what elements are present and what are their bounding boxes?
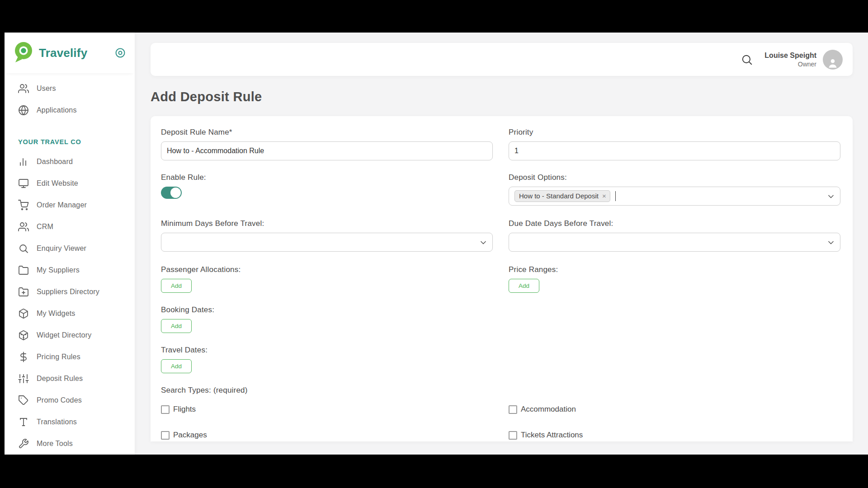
rule-name-input[interactable] (161, 141, 493, 160)
chip-label: How to - Standard Deposit (519, 192, 599, 200)
sidebar-item-label: Deposit Rules (37, 375, 83, 383)
field-search-types: Search Types: (required) Flights Accommo… (161, 386, 842, 440)
flights-checkbox[interactable] (161, 405, 170, 414)
price-ranges-label: Price Ranges: (509, 265, 840, 274)
field-deposit-options: Deposit Options: How to - Standard Depos… (509, 173, 840, 206)
sidebar-item-crm[interactable]: CRM (5, 216, 135, 238)
cube-grid-icon (18, 330, 29, 341)
sidebar-nav: Users Applications YOUR TRAVEL CO Dashbo… (5, 73, 135, 455)
sidebar-item-translations[interactable]: Translations (5, 411, 135, 433)
user-meta: Louise Speight Owner (764, 52, 816, 68)
checkbox-label: Packages (173, 431, 207, 440)
sidebar-item-pricing-rules[interactable]: Pricing Rules (5, 346, 135, 368)
field-priority: Priority (509, 128, 840, 160)
folder-icon (18, 265, 29, 276)
sidebar-item-label: Widget Directory (37, 331, 91, 339)
search-type-flights[interactable]: Flights (161, 405, 509, 414)
search-types-label: Search Types: (required) (161, 386, 842, 395)
user-name: Louise Speight (764, 52, 816, 60)
search-icon (18, 243, 29, 254)
users-icon (18, 83, 29, 94)
chevron-down-icon (826, 238, 835, 249)
sidebar-item-enquiry-viewer[interactable]: Enquiry Viewer (5, 238, 135, 259)
tickets-attractions-checkbox[interactable] (509, 431, 517, 440)
sidebar-item-widget-directory[interactable]: Widget Directory (5, 324, 135, 346)
field-due-days: Due Date Days Before Travel: (509, 219, 840, 252)
sidebar-item-applications[interactable]: Applications (5, 99, 135, 121)
page-title: Add Deposit Rule (151, 89, 853, 104)
min-days-select[interactable] (161, 233, 493, 252)
field-price-ranges: Price Ranges: Add (509, 265, 840, 293)
enable-rule-label: Enable Rule: (161, 173, 493, 182)
chevron-down-icon (826, 192, 835, 203)
brand-row: Travelify (5, 33, 135, 73)
booking-dates-add-button[interactable]: Add (161, 319, 192, 333)
passenger-allocations-label: Passenger Allocations: (161, 265, 493, 274)
deposit-options-multiselect[interactable]: How to - Standard Deposit × (509, 187, 840, 206)
sidebar-item-label: Suppliers Directory (37, 288, 99, 296)
sidebar: Travelify Users Applications YOUR TRAVEL… (5, 33, 135, 455)
sidebar-toggle-icon[interactable] (114, 47, 127, 59)
sidebar-item-edit-website[interactable]: Edit Website (5, 173, 135, 194)
search-icon[interactable] (739, 52, 755, 67)
cube-icon (18, 308, 29, 319)
travel-dates-add-button[interactable]: Add (161, 359, 192, 373)
sidebar-item-promo-codes[interactable]: Promo Codes (5, 389, 135, 411)
text-icon (18, 417, 29, 427)
dollar-icon (18, 352, 29, 362)
booking-dates-label: Booking Dates: (161, 305, 842, 314)
sidebar-item-users[interactable]: Users (5, 78, 135, 99)
sidebar-item-my-suppliers[interactable]: My Suppliers (5, 259, 135, 281)
search-type-accommodation[interactable]: Accommodation (509, 405, 840, 414)
sidebar-item-my-widgets[interactable]: My Widgets (5, 303, 135, 324)
chevron-down-icon (479, 238, 488, 249)
priority-label: Priority (509, 128, 840, 137)
price-ranges-add-button[interactable]: Add (509, 279, 539, 293)
due-days-label: Due Date Days Before Travel: (509, 219, 840, 228)
accommodation-checkbox[interactable] (509, 405, 517, 414)
top-bar: Louise Speight Owner (151, 43, 853, 76)
sidebar-item-label: Users (37, 84, 56, 93)
sidebar-item-label: Translations (37, 418, 77, 426)
checkbox-label: Flights (173, 405, 196, 414)
sliders-icon (18, 373, 29, 384)
sidebar-item-suppliers-directory[interactable]: Suppliers Directory (5, 281, 135, 303)
folder-plus-icon (18, 286, 29, 297)
passenger-allocations-add-button[interactable]: Add (161, 279, 192, 293)
deposit-rule-form: Deposit Rule Name* Priority Enable Rule:… (151, 116, 853, 441)
search-type-tickets-attractions[interactable]: Tickets Attractions (509, 431, 840, 440)
field-booking-dates: Booking Dates: Add (161, 305, 842, 333)
text-caret (615, 191, 616, 201)
sidebar-item-deposit-rules[interactable]: Deposit Rules (5, 368, 135, 389)
main-content: Louise Speight Owner Add Deposit Rule De… (135, 33, 868, 455)
search-type-packages[interactable]: Packages (161, 431, 509, 440)
avatar[interactable] (823, 50, 843, 70)
field-min-days: Minimum Days Before Travel: (161, 219, 493, 252)
travelify-logo-icon (12, 40, 34, 66)
sidebar-item-order-manager[interactable]: Order Manager (5, 194, 135, 216)
field-travel-dates: Travel Dates: Add (161, 346, 842, 373)
remove-chip-icon[interactable]: × (602, 192, 606, 199)
sidebar-item-label: More Tools (37, 440, 73, 448)
sidebar-section-title: YOUR TRAVEL CO (5, 133, 135, 151)
deposit-options-label: Deposit Options: (509, 173, 840, 182)
cart-icon (18, 200, 29, 211)
min-days-label: Minimum Days Before Travel: (161, 219, 493, 228)
priority-input[interactable] (509, 141, 840, 160)
sidebar-item-label: My Suppliers (37, 266, 80, 274)
sidebar-item-more-tools[interactable]: More Tools (5, 433, 135, 455)
sidebar-item-label: Order Manager (37, 201, 87, 209)
sidebar-item-dashboard[interactable]: Dashboard (5, 151, 135, 173)
bar-chart-icon (18, 156, 29, 167)
packages-checkbox[interactable] (161, 431, 170, 440)
selected-option-chip: How to - Standard Deposit × (514, 190, 610, 202)
field-passenger-allocations: Passenger Allocations: Add (161, 265, 493, 293)
enable-rule-toggle[interactable] (161, 187, 182, 199)
wrench-icon (18, 438, 29, 449)
sidebar-item-label: My Widgets (37, 310, 75, 318)
travel-dates-label: Travel Dates: (161, 346, 842, 355)
sidebar-item-label: Enquiry Viewer (37, 244, 86, 253)
due-days-select[interactable] (509, 233, 840, 252)
sidebar-item-label: Edit Website (37, 179, 78, 188)
rule-name-label: Deposit Rule Name* (161, 128, 493, 137)
